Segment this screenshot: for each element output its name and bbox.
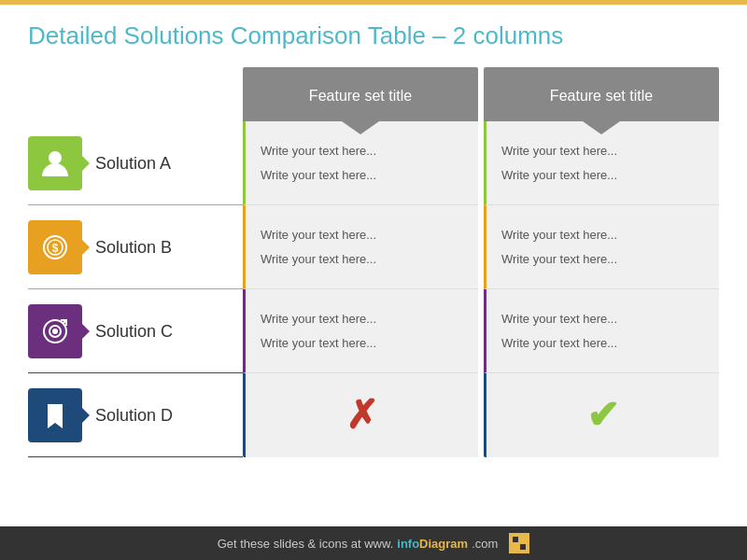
col-1-cell-b: Write your text here... Write your text … [243, 205, 478, 289]
main-content: Detailed Solutions Comparison Table – 2 … [0, 5, 747, 457]
footer-prefix: Get these slides & icons at www. [218, 537, 394, 551]
feature-col-2: Feature set title Write your text here..… [484, 67, 719, 457]
solution-row-b: $ Solution B [28, 205, 243, 289]
col-2-header: Feature set title [484, 67, 719, 121]
col-1-cells: Write your text here... Write your text … [243, 121, 478, 457]
col-1-header: Feature set title [243, 67, 478, 121]
col-2-cell-b-text: Write your text here... Write your text … [501, 224, 617, 270]
col-2-cell-b: Write your text here... Write your text … [484, 205, 719, 289]
col-1-cell-c-text: Write your text here... Write your text … [261, 308, 376, 354]
solution-row-c: Solution C [28, 289, 243, 373]
solution-b-icon-box: $ [28, 220, 82, 274]
col-1-cell-b-text: Write your text here... Write your text … [261, 224, 376, 270]
svg-rect-9 [520, 537, 526, 542]
svg-point-0 [49, 151, 62, 164]
person-icon [40, 148, 70, 178]
col-2-cell-d: ✔ [484, 373, 719, 457]
svg-rect-11 [520, 544, 526, 550]
solution-a-icon-box [28, 136, 82, 190]
col-2-cells: Write your text here... Write your text … [484, 121, 719, 457]
col-2-cell-a-text: Write your text here... Write your text … [501, 140, 617, 186]
col-2-cell-c-text: Write your text here... Write your text … [501, 308, 617, 354]
solution-c-label: Solution C [95, 322, 173, 342]
footer-brand-diagram: Diagram [419, 537, 468, 551]
solution-a-label: Solution A [95, 154, 171, 174]
footer: Get these slides & icons at www. infoDia… [0, 526, 747, 560]
cross-icon: ✗ [345, 380, 378, 451]
comparison-table: Solution A $ Solution B [28, 67, 719, 457]
solution-d-label: Solution D [95, 406, 173, 426]
svg-rect-10 [513, 544, 518, 550]
solution-d-icon-box [28, 388, 82, 442]
coin-icon: $ [40, 232, 70, 262]
svg-point-6 [53, 329, 57, 333]
target-icon [40, 316, 70, 346]
footer-logo-icon [509, 533, 529, 553]
logo-svg [512, 536, 527, 551]
feature-col-1: Feature set title Write your text here..… [243, 67, 478, 457]
col-1-cell-d: ✗ [243, 373, 478, 457]
svg-text:$: $ [52, 242, 59, 255]
svg-rect-8 [513, 537, 518, 542]
solution-b-label: Solution B [95, 238, 172, 258]
feature-columns: Feature set title Write your text here..… [243, 67, 719, 457]
col-1-cell-a-text: Write your text here... Write your text … [261, 140, 376, 186]
page-title: Detailed Solutions Comparison Table – 2 … [28, 21, 719, 50]
check-icon: ✔ [586, 380, 619, 451]
footer-brand-info: info [397, 537, 419, 551]
footer-brand: infoDiagram [397, 537, 468, 551]
bookmark-icon [40, 400, 70, 430]
solution-row-a: Solution A [28, 121, 243, 205]
col-2-cell-c: Write your text here... Write your text … [484, 289, 719, 373]
col-1-cell-c: Write your text here... Write your text … [243, 289, 478, 373]
solution-row-d: Solution D [28, 373, 243, 457]
solution-c-icon-box [28, 304, 82, 358]
row-labels: Solution A $ Solution B [28, 67, 243, 457]
footer-suffix: .com [472, 537, 498, 551]
